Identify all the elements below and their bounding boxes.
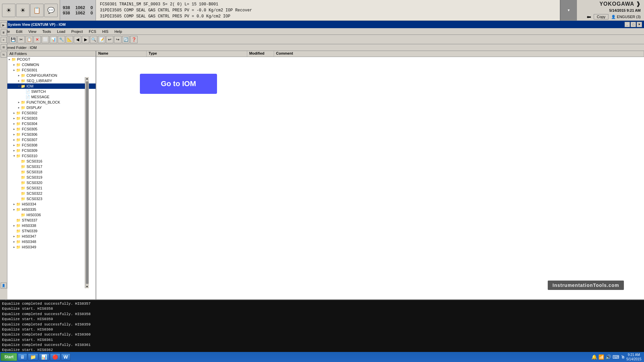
tree-item[interactable]: ▸ 📁 HIS0335 bbox=[7, 207, 96, 212]
menu-tools[interactable]: Tools bbox=[40, 29, 54, 34]
tree-scrollbar[interactable]: ▲ ▼ bbox=[85, 77, 89, 288]
tree-item[interactable]: 📁 SCS0317 bbox=[7, 164, 96, 169]
tree-item[interactable]: ▸ 📁 FUNCTION_BLOCK bbox=[7, 100, 96, 105]
tree-item[interactable]: 📁 SCS0319 bbox=[7, 175, 96, 180]
tree-expander: ▸ bbox=[12, 143, 16, 147]
tree-item[interactable]: ▸ 📁 HIS0349 bbox=[7, 244, 96, 250]
menu-view[interactable]: View bbox=[26, 29, 39, 34]
tool-refresh[interactable]: 🔄 bbox=[122, 36, 129, 43]
tool-redo[interactable]: ↪ bbox=[114, 36, 121, 43]
tool-cut[interactable]: ✂ bbox=[17, 36, 25, 43]
tree-item[interactable]: 📁 SCS0318 bbox=[7, 169, 96, 175]
tree-item[interactable]: ▸ 📁 FCS0305 bbox=[7, 126, 96, 132]
tool-box[interactable]: ⬜ bbox=[42, 36, 49, 43]
tree-item[interactable]: ▸ 📁 HIS0338 bbox=[7, 223, 96, 228]
tree-item[interactable]: 📁 SCS0323 bbox=[7, 196, 96, 201]
tree-item[interactable]: ▸ 📁 HIS0347 bbox=[7, 234, 96, 239]
start-button[interactable]: Start bbox=[1, 353, 17, 361]
tree-item[interactable]: ▸ 📁 COMMON bbox=[7, 62, 96, 67]
tree-item-label: PCOGT bbox=[17, 57, 30, 61]
tree-item[interactable]: ▸ 📁 FCS0309 bbox=[7, 148, 96, 153]
tree-item[interactable]: 📁 SCS0316 bbox=[7, 159, 96, 164]
folder-icon: 📁 bbox=[21, 165, 25, 169]
tool-text[interactable]: 📝 bbox=[98, 36, 105, 43]
menu-project[interactable]: Project bbox=[69, 29, 86, 34]
sidebar-arrow[interactable]: ▶ bbox=[1, 22, 7, 28]
tree-item[interactable]: ▸ 📁 FCS0303 bbox=[7, 116, 96, 121]
folder-icon: 📁 bbox=[16, 240, 21, 244]
sidebar-monitor[interactable]: 🖥 bbox=[1, 29, 7, 36]
tree-item[interactable]: ▸ 📁 FCS0304 bbox=[7, 121, 96, 126]
go-to-iom-button[interactable]: Go to IOM bbox=[140, 74, 217, 94]
taskbar-btn-3[interactable]: 📊 bbox=[39, 353, 49, 361]
close-button[interactable]: ✕ bbox=[637, 22, 642, 27]
taskbar-btn-5[interactable]: W bbox=[61, 353, 70, 361]
tree-item[interactable]: ▸ 📁 FCS0302 bbox=[7, 110, 96, 116]
sidebar-grid[interactable]: ⊞ bbox=[1, 44, 7, 50]
menu-edit[interactable]: Edit bbox=[13, 29, 25, 34]
tool-undo[interactable]: ↩ bbox=[106, 36, 113, 43]
maximize-button[interactable]: □ bbox=[631, 22, 636, 27]
tree-item[interactable]: ▸ 📁 HIS0348 bbox=[7, 239, 96, 244]
tree-item[interactable]: ▸ 📁 FCS0307 bbox=[7, 137, 96, 142]
taskbar-time-value: 9:21 AM bbox=[627, 353, 642, 357]
main-split: All Folders ▸ 📁 PCOGT ▸ 📁 COMMON ▸ 📁 FCS… bbox=[7, 51, 644, 299]
copy-button[interactable]: Copy bbox=[594, 14, 608, 19]
tree-item[interactable]: 📁 SCS0322 bbox=[7, 191, 96, 196]
tool-copy[interactable]: 📋 bbox=[25, 36, 33, 43]
tool-left[interactable]: ◀ bbox=[74, 36, 81, 43]
folder-icon: 📁 bbox=[21, 84, 25, 88]
menu-load[interactable]: Load bbox=[54, 29, 68, 34]
tree-item-label: FCS0309 bbox=[22, 148, 37, 153]
tool-delete[interactable]: ✕ bbox=[34, 36, 41, 43]
tool-ruler[interactable]: 📐 bbox=[66, 36, 73, 43]
menu-help[interactable]: Help bbox=[112, 29, 125, 34]
tree-item[interactable]: ▸ 📁 PCOGT bbox=[7, 57, 96, 62]
tree-item[interactable]: 📁 SCS0320 bbox=[7, 180, 96, 185]
tool-right[interactable]: ▶ bbox=[82, 36, 89, 43]
taskbar-icon-4: 🔴 bbox=[52, 354, 58, 360]
taskbar-btn-4[interactable]: 🔴 bbox=[50, 353, 60, 361]
taskbar-btn-1[interactable]: 🖥 bbox=[18, 353, 27, 361]
tree-item[interactable]: ▸ 📁 FCS0308 bbox=[7, 142, 96, 148]
folder-icon: 📁 bbox=[16, 245, 21, 249]
tree-item[interactable]: 📁 SCS0321 bbox=[7, 185, 96, 191]
clipboard-icon[interactable]: 📋 bbox=[30, 4, 44, 17]
tree-scroll[interactable]: ▸ 📁 PCOGT ▸ 📁 COMMON ▸ 📁 FCS0301 ▸ 📁 CON… bbox=[7, 57, 96, 299]
tool-save[interactable]: 💾 bbox=[9, 36, 17, 43]
taskbar-icon-5: W bbox=[63, 354, 68, 360]
tree-item[interactable]: 📁 STN0337 bbox=[7, 218, 96, 223]
taskbar-btn-2[interactable]: 📁 bbox=[28, 353, 38, 361]
sidebar-list[interactable]: ≡ bbox=[1, 37, 7, 43]
tree-item[interactable]: 📄 SWITCH bbox=[7, 89, 96, 94]
tree-item[interactable]: ▾ 📁 IOM bbox=[7, 83, 96, 89]
folder-icon: 📁 bbox=[21, 106, 25, 110]
sun-icon-1[interactable]: ☀ bbox=[2, 4, 15, 17]
sidebar-person[interactable]: 👤 bbox=[1, 283, 7, 289]
tree-item[interactable]: ▸ 📁 DISPLAY bbox=[7, 105, 96, 110]
tree-item[interactable]: ▸ 📁 SEQ_LIBRARY bbox=[7, 78, 96, 83]
tool-settings[interactable]: 🔧 bbox=[58, 36, 65, 43]
folder-icon: 📁 bbox=[16, 138, 21, 142]
scroll-indicator[interactable]: ▼ bbox=[560, 0, 577, 20]
tree-item[interactable]: ▸ 📁 HIS0334 bbox=[7, 201, 96, 207]
tool-zoom[interactable]: 🔍 bbox=[90, 36, 97, 43]
minimize-button[interactable]: _ bbox=[625, 22, 630, 27]
sidebar-n[interactable]: N bbox=[1, 52, 7, 58]
tree-item[interactable]: 📄 MESSAGE bbox=[7, 94, 96, 100]
menu-fcs[interactable]: FCS bbox=[86, 29, 99, 34]
folder-icon: 📁 bbox=[16, 202, 21, 206]
tree-item[interactable]: ▸ 📁 CONFIGURATION bbox=[7, 73, 96, 78]
tree-item[interactable]: 📁 STN0339 bbox=[7, 228, 96, 234]
tool-chart[interactable]: 📊 bbox=[50, 36, 57, 43]
tree-item[interactable]: ▸ 📁 FCS0306 bbox=[7, 132, 96, 137]
tree-item[interactable]: ▸ 📁 FCS0301 bbox=[7, 67, 96, 73]
message-icon[interactable]: 💬 bbox=[44, 4, 58, 17]
sun-icon-2[interactable]: ☀ bbox=[16, 4, 30, 17]
tray-icon-4: ⌨ bbox=[612, 354, 619, 360]
tool-help[interactable]: ❓ bbox=[130, 36, 138, 43]
tray-icon-2: 📶 bbox=[598, 354, 604, 360]
tree-item[interactable]: ▾ 📁 FCS0310 bbox=[7, 153, 96, 159]
menu-his[interactable]: HIS bbox=[100, 29, 111, 34]
tree-item[interactable]: 📁 HIS0336 bbox=[7, 212, 96, 218]
